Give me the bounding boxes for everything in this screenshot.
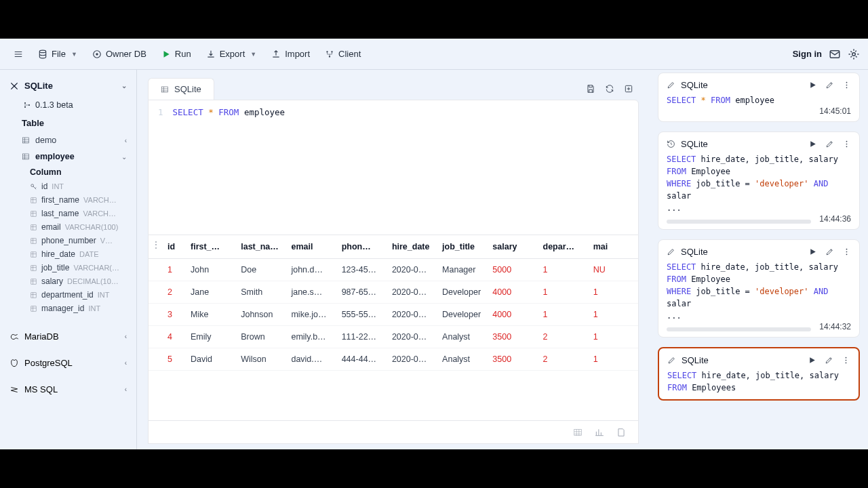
import-label: Import (285, 49, 310, 59)
mail-icon[interactable] (829, 48, 841, 60)
owner-db-button[interactable]: Owner DB (87, 46, 152, 62)
edit-icon[interactable] (825, 81, 834, 89)
column-icon (30, 237, 37, 245)
column-salary[interactable]: salary DECIMAL(10… (0, 274, 136, 288)
svg-point-37 (846, 362, 847, 363)
column-last_name[interactable]: last_name VARCH… (0, 207, 136, 220)
import-button[interactable]: Import (266, 46, 315, 62)
export-button[interactable]: Export▼ (201, 46, 262, 62)
svg-point-8 (24, 102, 26, 104)
history-title: SQLite (681, 247, 708, 257)
save-icon[interactable] (586, 84, 595, 94)
column-email[interactable]: email VARCHAR(100) (0, 220, 136, 234)
more-icon[interactable] (842, 356, 850, 365)
cell: Emily (185, 326, 235, 348)
play-icon[interactable] (808, 140, 817, 148)
col-header[interactable]: last_name (235, 235, 285, 259)
col-header[interactable]: phon… (336, 235, 387, 259)
db-node-sqlite[interactable]: SQLite ⌄ (0, 75, 136, 96)
db-node-mssql[interactable]: MS SQL ‹ (0, 379, 136, 400)
table-employee[interactable]: employee ⌄ (0, 148, 136, 165)
col-header[interactable]: job_title (437, 235, 487, 259)
history-card[interactable]: SQLiteSELECT hire_date, job_title, salar… (658, 239, 860, 338)
table-row[interactable]: 4EmilyBrownemily.b…111-22…2020-04-01Anal… (149, 326, 638, 348)
history-title: SQLite (682, 355, 709, 365)
svg-point-27 (846, 85, 848, 86)
cell: 1 (588, 326, 638, 348)
file-menu[interactable]: File▼ (33, 46, 83, 62)
edit-icon[interactable] (825, 140, 834, 148)
column-id[interactable]: id INT (0, 180, 136, 193)
more-icon[interactable] (842, 247, 851, 256)
editor-tab[interactable]: SQLite (148, 78, 214, 100)
chevron-down-icon: ⌄ (121, 82, 127, 89)
sql-identifier: employee (244, 107, 285, 117)
svg-point-28 (846, 87, 848, 88)
svg-rect-21 (31, 292, 36, 297)
results-menu[interactable]: ⋮ (151, 239, 161, 250)
cell: 2020-05-01 (387, 348, 437, 371)
results-table: idfirst_…last_nameemailphon…hire_datejob… (149, 235, 638, 371)
db-version[interactable]: 0.1.3 beta (0, 96, 136, 114)
col-header[interactable]: email (285, 235, 336, 259)
db-node-mariadb[interactable]: MariaDB ‹ (0, 326, 136, 347)
column-department_id[interactable]: department_id INT (0, 288, 136, 302)
play-icon[interactable] (808, 81, 817, 89)
history-time: 14:44:32 (819, 322, 851, 331)
db-node-postgres[interactable]: PostgreSQL ‹ (0, 352, 136, 373)
client-button[interactable]: Client (319, 46, 366, 62)
col-header[interactable]: hire_date (387, 235, 437, 259)
cell: Smith (235, 281, 285, 304)
col-header[interactable]: depar… (538, 235, 588, 259)
history-card[interactable]: SQLiteSELECT * FROM employee14:45:01 (658, 73, 860, 122)
column-first_name[interactable]: first_name VARCH… (0, 193, 136, 207)
topbar: File▼ Owner DB Run Export▼ Import Client… (0, 39, 868, 70)
table-icon (22, 136, 30, 144)
chart-view-icon[interactable] (595, 428, 604, 437)
more-icon[interactable] (842, 140, 851, 148)
play-icon (161, 49, 171, 59)
column-job_title[interactable]: job_title VARCHAR(… (0, 261, 136, 274)
history-card[interactable]: SQLiteSELECT hire_date, job_title, salar… (658, 131, 860, 230)
play-icon[interactable] (808, 356, 816, 365)
signin-link[interactable]: Sign in (793, 49, 822, 59)
gear-icon[interactable] (848, 48, 860, 60)
play-icon[interactable] (808, 247, 817, 256)
refresh-icon[interactable] (605, 84, 614, 94)
menu-button[interactable] (8, 47, 28, 62)
cell: 2 (538, 348, 588, 371)
col-header[interactable]: first_… (185, 235, 235, 259)
history-progress (667, 220, 811, 224)
table-row[interactable]: 1JohnDoejohn.d…123-45…2020-01-01Manager5… (149, 259, 638, 281)
svg-point-9 (24, 106, 26, 108)
run-button[interactable]: Run (156, 46, 197, 62)
column-phone_number[interactable]: phone_number V… (0, 234, 136, 247)
export-view-icon[interactable] (616, 428, 626, 437)
edit-icon[interactable] (825, 356, 833, 365)
table-row[interactable]: 3MikeJohnsonmike.jo…555-55…2020-03-01Dev… (149, 304, 638, 326)
table-demo[interactable]: demo ‹ (0, 132, 136, 148)
cell: David (185, 348, 235, 371)
db-label: MariaDB (24, 331, 59, 342)
table-row[interactable]: 2JaneSmithjane.s…987-65…2020-02-01Develo… (149, 281, 638, 304)
svg-point-35 (846, 357, 847, 359)
col-header[interactable]: mai (588, 235, 638, 259)
column-manager_id[interactable]: manager_id INT (0, 302, 136, 315)
cell: 2 (149, 281, 185, 304)
cell: mike.jo… (285, 304, 336, 326)
edit-icon[interactable] (825, 247, 834, 256)
hamburger-icon (14, 49, 23, 59)
col-header[interactable]: salary (487, 235, 537, 259)
cell: 123-45… (336, 259, 387, 281)
sql-editor[interactable]: 1 SELECT * FROM employee (148, 100, 639, 235)
version-label: 0.1.3 beta (35, 100, 73, 110)
history-card[interactable]: SQLiteSELECT hire_date, job_title, salar… (658, 347, 860, 401)
table-row[interactable]: 5DavidWilsondavid.…444-44…2020-05-01Anal… (149, 348, 638, 371)
add-icon[interactable] (624, 84, 633, 94)
tab-label: SQLite (174, 84, 201, 94)
column-hire_date[interactable]: hire_date DATE (0, 247, 136, 261)
table-view-icon[interactable] (573, 428, 583, 437)
history-title: SQLite (681, 139, 708, 149)
more-icon[interactable] (842, 81, 851, 89)
column-name: email (41, 222, 61, 232)
